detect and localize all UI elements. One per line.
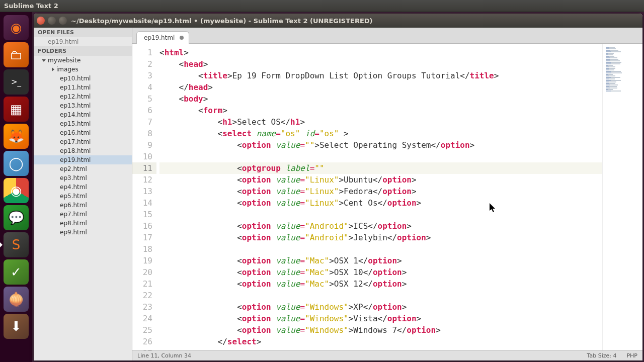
firefox-icon[interactable]: 🦊 <box>4 124 29 149</box>
file-item[interactable]: ep16.html <box>34 128 132 137</box>
status-tabsize[interactable]: Tab Size: 4 <box>587 352 617 359</box>
folder-images[interactable]: images <box>34 65 132 74</box>
code-line[interactable]: <option value="Linux">Cent Os</option> <box>159 197 602 209</box>
maximize-icon[interactable] <box>59 17 67 25</box>
status-position: Line 11, Column 34 <box>137 352 191 359</box>
code-line[interactable]: </select> <box>159 336 602 347</box>
unity-launcher: ◉🗀>_▦🦊◯◉💬S✓🧅⬇ <box>0 12 32 362</box>
status-syntax[interactable]: PHP <box>626 352 637 359</box>
editor-area: ep19.html 123456789101112131415161718192… <box>132 28 642 360</box>
topbar-title: Sublime Text 2 <box>4 2 58 10</box>
file-item[interactable]: ep3.html <box>34 173 132 183</box>
code-line[interactable]: <option value="Mac">OSX 10</option> <box>159 266 602 278</box>
code-line[interactable]: <html> <box>159 47 602 58</box>
code-line[interactable] <box>159 290 602 301</box>
code-area[interactable]: <html> <head> <title>Ep 19 Form DropDown… <box>156 44 602 350</box>
editor[interactable]: 1234567891011121314151617181920212223242… <box>132 44 642 350</box>
hangouts-icon[interactable]: 💬 <box>4 205 29 230</box>
downloads-icon[interactable]: ⬇ <box>4 314 29 339</box>
code-line[interactable]: <select name="os" id="os" > <box>159 128 602 139</box>
tabbar: ep19.html <box>132 28 642 44</box>
code-line[interactable] <box>159 347 602 350</box>
code-line[interactable]: <option value="Windows">Vista</option> <box>159 313 602 324</box>
code-line[interactable]: <head> <box>159 58 602 70</box>
remmina-icon[interactable]: ▦ <box>4 97 29 122</box>
code-line[interactable]: <optgroup label="" <box>159 162 602 174</box>
tab-label: ep19.html <box>144 34 175 41</box>
code-line[interactable] <box>159 243 602 255</box>
workspace: ~/Desktop/mywebsite/ep19.html • (mywebsi… <box>32 12 644 362</box>
gutter: 1234567891011121314151617181920212223242… <box>132 44 156 350</box>
dash-icon[interactable]: ◉ <box>4 15 29 40</box>
sublime-window: ~/Desktop/mywebsite/ep19.html • (mywebsi… <box>34 14 642 360</box>
code-line[interactable]: <option value="">Select Operating System… <box>159 139 602 151</box>
dirty-indicator-icon <box>180 36 184 40</box>
code-line[interactable]: <option value="Android">ICS</option> <box>159 220 602 232</box>
window-controls <box>37 17 67 25</box>
chevron-right-icon <box>52 67 54 71</box>
code-line[interactable]: <option value="Windows">Windows 7</optio… <box>159 324 602 336</box>
sublime-icon[interactable]: S <box>4 232 29 257</box>
file-item[interactable]: ep4.html <box>34 183 132 192</box>
sidebar: OPEN FILES ep19.html FOLDERS mywebsite i… <box>34 28 132 360</box>
content-area: OPEN FILES ep19.html FOLDERS mywebsite i… <box>34 28 642 360</box>
file-item[interactable]: ep15.html <box>34 119 132 128</box>
file-item[interactable]: ep7.html <box>34 210 132 219</box>
code-line[interactable]: <title>Ep 19 Form DropDown List Option G… <box>159 70 602 81</box>
file-item[interactable]: ep8.html <box>34 219 132 228</box>
folder-root-label: mywebsite <box>48 57 80 64</box>
chrome-icon[interactable]: ◉ <box>4 178 29 203</box>
feedly-icon[interactable]: ✓ <box>4 259 29 285</box>
statusbar: Line 11, Column 34 Tab Size: 4 PHP <box>132 350 642 360</box>
folders-header: FOLDERS <box>34 46 132 56</box>
chevron-down-icon <box>42 59 46 62</box>
file-item[interactable]: ep13.html <box>34 101 132 110</box>
file-item[interactable]: ep9.html <box>34 228 132 237</box>
file-item[interactable]: ep10.html <box>34 74 132 83</box>
file-item[interactable]: ep12.html <box>34 92 132 101</box>
chromium-icon[interactable]: ◯ <box>4 151 29 176</box>
close-icon[interactable] <box>37 17 45 25</box>
code-line[interactable] <box>159 209 602 220</box>
code-line[interactable] <box>159 151 602 162</box>
code-line[interactable]: </head> <box>159 81 602 93</box>
code-line[interactable]: <option value="Mac">OSX 12</option> <box>159 278 602 290</box>
file-item[interactable]: ep6.html <box>34 201 132 210</box>
code-line[interactable]: <h1>Select OS</h1> <box>159 116 602 128</box>
folder-sub-label: images <box>56 66 78 73</box>
titlebar[interactable]: ~/Desktop/mywebsite/ep19.html • (mywebsi… <box>34 14 642 28</box>
code-line[interactable]: <option value="Mac">OSX 1</option> <box>159 255 602 266</box>
open-files-header: OPEN FILES <box>34 28 132 37</box>
code-line[interactable]: <form> <box>159 105 602 116</box>
ubuntu-topbar: Sublime Text 2 <box>0 0 644 12</box>
file-item[interactable]: ep5.html <box>34 192 132 201</box>
nautilus-icon[interactable]: 🗀 <box>4 42 29 67</box>
folder-root[interactable]: mywebsite <box>34 56 132 65</box>
file-item[interactable]: ep17.html <box>34 137 132 146</box>
minimize-icon[interactable] <box>48 17 56 25</box>
file-item[interactable]: ep11.html <box>34 83 132 92</box>
code-line[interactable]: <body> <box>159 93 602 105</box>
file-item[interactable]: ep14.html <box>34 110 132 119</box>
file-item[interactable]: ep18.html <box>34 146 132 155</box>
open-file-item[interactable]: ep19.html <box>34 37 132 46</box>
window-title: ~/Desktop/mywebsite/ep19.html • (mywebsi… <box>71 17 373 25</box>
file-item[interactable]: ep19.html <box>34 155 132 164</box>
code-line[interactable]: <option value="Linux">Ubuntu</option> <box>159 174 602 186</box>
minimap[interactable] <box>602 44 642 350</box>
tor-icon[interactable]: 🧅 <box>4 287 29 312</box>
code-line[interactable]: <option value="Windows">XP</option> <box>159 301 602 313</box>
code-line[interactable]: <option value="Linux">Fedora</option> <box>159 186 602 197</box>
code-line[interactable]: <option value="Android">Jelybin</option> <box>159 232 602 243</box>
terminal-icon[interactable]: >_ <box>4 69 29 95</box>
tab-ep19[interactable]: ep19.html <box>136 31 189 44</box>
file-item[interactable]: ep2.html <box>34 164 132 173</box>
